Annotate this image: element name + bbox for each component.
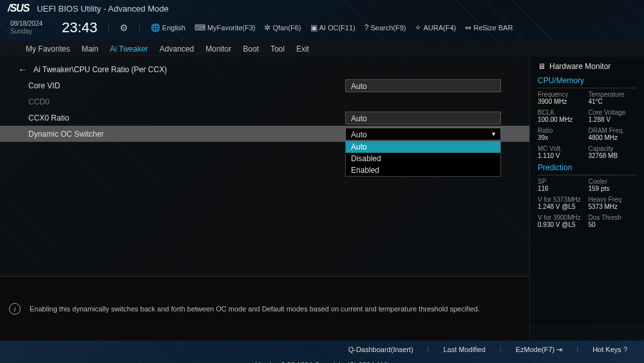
datetime-block: 08/18/2024 Sunday [10, 20, 43, 35]
row-dynamic-oc-switcher[interactable]: Dynamic OC Switcher Auto ▼ Auto Disabled… [0, 126, 529, 142]
time-text: 23:43 [62, 19, 97, 36]
corevid-label: Core VID [28, 81, 345, 90]
app-title: UEFI BIOS Utility - Advanced Mode [37, 4, 168, 14]
prediction-grid: SP116 Cooler159 pts V for 5373MHz1.248 V… [538, 178, 636, 228]
header-bar: /SUS UEFI BIOS Utility - Advanced Mode [0, 0, 644, 17]
day-text: Sunday [10, 28, 43, 35]
info-icon: i [9, 303, 21, 315]
aura-icon: ✧ [415, 23, 421, 32]
aioc-button[interactable]: ▣AI OC(F11) [310, 23, 355, 32]
qdashboard-button[interactable]: Q-Dashboard(Insert) [345, 344, 417, 355]
tab-monitor[interactable]: Monitor [205, 44, 231, 54]
dropdown-option-disabled[interactable]: Disabled [346, 153, 500, 164]
lastmodified-button[interactable]: Last Modified [439, 344, 489, 355]
language-button[interactable]: 🌐English [151, 23, 185, 32]
section-cpu-memory: CPU/Memory [538, 76, 636, 88]
ccx0-label: CCX0 Ratio [28, 113, 345, 123]
row-ccx0-ratio[interactable]: CCX0 Ratio Auto [0, 110, 529, 126]
ccx0-input[interactable]: Auto [345, 112, 501, 124]
info-text: Enabling this dynamically switches back … [30, 305, 480, 313]
row-core-vid[interactable]: Core VID Auto [0, 77, 529, 93]
chip-icon: ▣ [310, 23, 317, 32]
tab-main[interactable]: Main [82, 44, 99, 54]
aura-button[interactable]: ✧AURA(F4) [415, 23, 456, 32]
ezmode-button[interactable]: EzMode(F7) ⇥ [512, 344, 567, 355]
settings-gear-icon[interactable]: ⚙ [120, 23, 128, 33]
section-prediction: Prediction [538, 163, 636, 175]
nav-tabs: My Favorites Main Ai Tweaker Advanced Mo… [0, 41, 644, 57]
fan-icon: ✲ [264, 23, 270, 32]
back-arrow-icon[interactable]: ← [18, 64, 27, 75]
settings-panel: ← Ai Tweaker\CPU Core Ratio (Per CCX) Co… [0, 57, 529, 340]
qfan-button[interactable]: ✲Qfan(F6) [264, 23, 301, 32]
tab-advanced[interactable]: Advanced [160, 44, 194, 54]
breadcrumb: ← Ai Tweaker\CPU Core Ratio (Per CCX) [0, 62, 529, 77]
resize-icon: ⇔ [465, 23, 471, 32]
info-bar: i Enabling this dynamically switches bac… [0, 276, 529, 340]
tab-tool[interactable]: Tool [270, 44, 285, 54]
help-icon: ? [623, 346, 627, 353]
footer-bar: Q-Dashboard(Insert) | Last Modified | Ez… [0, 340, 644, 363]
row-ccd0: CCD0 [0, 93, 529, 110]
dropdown-option-enabled[interactable]: Enabled [346, 164, 500, 176]
exit-icon: ⇥ [556, 346, 562, 353]
search-icon: ? [365, 23, 369, 32]
dynoc-dropdown[interactable]: Auto ▼ [345, 128, 501, 141]
asus-logo: /SUS [8, 3, 29, 14]
globe-icon: 🌐 [151, 23, 160, 32]
sidebar-title: 🖥 Hardware Monitor [538, 62, 636, 71]
keyboard-icon: ⌨ [194, 23, 205, 32]
tab-ai-tweaker[interactable]: Ai Tweaker [110, 44, 148, 54]
corevid-input[interactable]: Auto [345, 79, 501, 92]
cpu-memory-grid: Frequency3900 MHz Temperature41°C BCLK10… [538, 91, 636, 159]
dropdown-option-auto[interactable]: Auto [346, 141, 500, 153]
tab-my-favorites[interactable]: My Favorites [26, 44, 70, 54]
chevron-down-icon: ▼ [491, 131, 497, 137]
breadcrumb-path: Ai Tweaker\CPU Core Ratio (Per CCX) [33, 65, 167, 74]
tab-exit[interactable]: Exit [296, 44, 309, 54]
monitor-icon: 🖥 [538, 62, 545, 71]
myfavorite-button[interactable]: ⌨MyFavorite(F3) [194, 23, 256, 32]
ccd0-label: CCD0 [28, 97, 501, 106]
tab-boot[interactable]: Boot [243, 44, 259, 54]
resizebar-button[interactable]: ⇔ReSize BAR [465, 23, 513, 32]
search-button[interactable]: ?Search(F9) [365, 23, 406, 32]
hotkeys-button[interactable]: Hot Keys ? [589, 344, 631, 355]
date-text: 08/18/2024 [10, 20, 43, 28]
dynoc-label: Dynamic OC Switcher [28, 130, 345, 139]
subheader-bar: 08/18/2024 Sunday 23:43 | ⚙ | 🌐English ⌨… [0, 17, 644, 41]
hardware-monitor-sidebar: 🖥 Hardware Monitor CPU/Memory Frequency3… [529, 57, 644, 340]
dynoc-dropdown-menu: Auto Disabled Enabled [345, 141, 501, 177]
